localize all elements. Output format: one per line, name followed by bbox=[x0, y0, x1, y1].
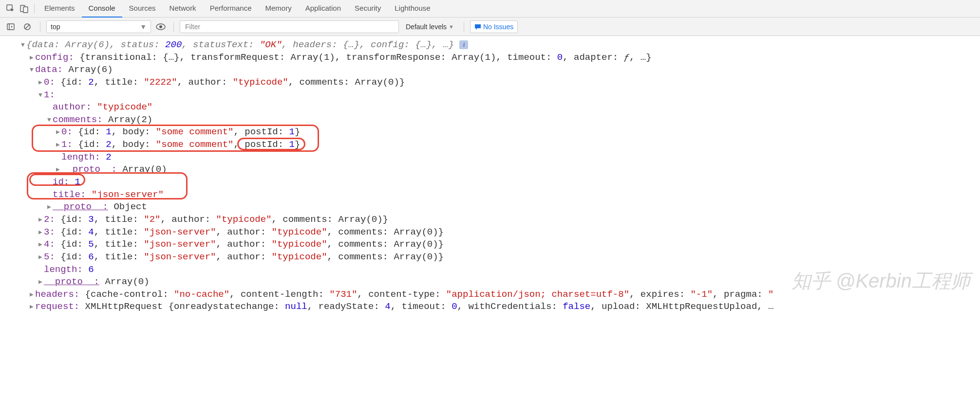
issues-indicator[interactable]: No Issues bbox=[470, 20, 518, 33]
expand-arrow[interactable]: ▶ bbox=[37, 278, 44, 287]
live-expression-icon[interactable] bbox=[154, 20, 168, 34]
expand-arrow[interactable]: ▼ bbox=[19, 41, 26, 50]
tab-security[interactable]: Security bbox=[348, 0, 388, 18]
log-request[interactable]: ▶request: XMLHttpRequest {onreadystatech… bbox=[19, 301, 975, 313]
expand-arrow[interactable]: ▶ bbox=[55, 165, 61, 174]
tab-elements[interactable]: Elements bbox=[38, 0, 82, 18]
log-comments-proto[interactable]: ▶__proto__: Array(0) bbox=[19, 163, 975, 176]
log-comment-1[interactable]: ▶1: {id: 2, body: "some comment", postId… bbox=[19, 139, 975, 151]
svg-line-6 bbox=[25, 25, 29, 29]
chevron-down-icon: ▼ bbox=[449, 24, 454, 30]
svg-rect-3 bbox=[7, 24, 14, 30]
log-levels-select[interactable]: Default levels ▼ bbox=[402, 20, 458, 33]
expand-arrow[interactable]: ▶ bbox=[55, 128, 61, 137]
clear-console-icon[interactable] bbox=[20, 20, 34, 34]
log-item1-author[interactable]: author: "typicode" bbox=[19, 101, 975, 114]
log-data-item-2[interactable]: ▶2: {id: 3, title: "2", author: "typicod… bbox=[19, 214, 975, 226]
expand-arrow[interactable]: ▶ bbox=[37, 78, 44, 87]
expand-arrow[interactable]: ▶ bbox=[46, 203, 53, 212]
context-value: top bbox=[51, 23, 60, 31]
filter-input[interactable]: Filter bbox=[180, 20, 399, 33]
expand-arrow[interactable]: ▶ bbox=[55, 141, 61, 149]
expand-arrow[interactable]: ▼ bbox=[28, 66, 35, 74]
context-select[interactable]: top ▼ bbox=[46, 20, 151, 33]
tab-console[interactable]: Console bbox=[82, 0, 122, 18]
log-item1-proto[interactable]: ▶__proto__: Object bbox=[19, 201, 975, 214]
subtoolbar-divider-2 bbox=[173, 22, 174, 32]
log-data-proto[interactable]: ▶__proto__: Array(0) bbox=[19, 276, 975, 289]
device-toggle-icon[interactable] bbox=[18, 2, 31, 16]
log-headers[interactable]: ▶headers: {cache-control: "no-cache", co… bbox=[19, 289, 975, 301]
toolbar-divider bbox=[34, 4, 35, 14]
devtools-tabs-toolbar: Elements Console Sources Network Perform… bbox=[0, 0, 980, 18]
log-comment-0[interactable]: ▶0: {id: 1, body: "some comment", postId… bbox=[19, 126, 975, 139]
log-comments-length[interactable]: length: 2 bbox=[19, 151, 975, 164]
expand-arrow[interactable]: ▶ bbox=[37, 228, 44, 237]
console-output: ▼{data: Array(6), status: 200, statusTex… bbox=[0, 36, 980, 318]
tab-performance[interactable]: Performance bbox=[203, 0, 259, 18]
log-data-length[interactable]: length: 6 bbox=[19, 264, 975, 276]
console-toolbar: top ▼ Filter Default levels ▼ No Issues bbox=[0, 18, 980, 36]
log-item1-comments[interactable]: ▼comments: Array(2) bbox=[19, 114, 975, 127]
log-item1-title[interactable]: title: "json-server" bbox=[19, 189, 975, 201]
expand-arrow[interactable]: ▶ bbox=[37, 216, 44, 224]
sidebar-toggle-icon[interactable] bbox=[4, 20, 18, 34]
expand-arrow[interactable]: ▶ bbox=[37, 240, 44, 249]
expand-arrow[interactable]: ▶ bbox=[28, 54, 35, 62]
expand-arrow[interactable]: ▼ bbox=[37, 91, 44, 100]
tab-lighthouse[interactable]: Lighthouse bbox=[388, 0, 437, 18]
log-data-item-5[interactable]: ▶5: {id: 6, title: "json-server", author… bbox=[19, 251, 975, 264]
chat-icon bbox=[474, 23, 481, 30]
expand-arrow[interactable]: ▼ bbox=[46, 116, 53, 125]
log-data[interactable]: ▼data: Array(6) bbox=[19, 64, 975, 76]
log-item1-id[interactable]: id: 1 bbox=[19, 176, 975, 189]
log-top-summary[interactable]: ▼{data: Array(6), status: 200, statusTex… bbox=[19, 39, 975, 52]
svg-point-8 bbox=[159, 25, 162, 28]
chevron-down-icon: ▼ bbox=[140, 23, 147, 31]
expand-arrow[interactable]: ▶ bbox=[37, 253, 44, 262]
tab-application[interactable]: Application bbox=[299, 0, 348, 18]
subtoolbar-divider-3 bbox=[464, 22, 464, 32]
filter-placeholder: Filter bbox=[185, 23, 200, 31]
subtoolbar-divider bbox=[40, 22, 40, 32]
log-data-item-4[interactable]: ▶4: {id: 5, title: "json-server", author… bbox=[19, 238, 975, 251]
log-data-item-3[interactable]: ▶3: {id: 4, title: "json-server", author… bbox=[19, 226, 975, 239]
expand-arrow[interactable]: ▶ bbox=[28, 303, 35, 311]
panel-tabs: Elements Console Sources Network Perform… bbox=[38, 0, 437, 18]
info-icon[interactable]: i bbox=[459, 40, 468, 49]
svg-rect-2 bbox=[23, 7, 28, 13]
levels-label: Default levels bbox=[406, 23, 447, 31]
log-config[interactable]: ▶config: {transitional: {…}, transformRe… bbox=[19, 52, 975, 64]
tab-memory[interactable]: Memory bbox=[259, 0, 299, 18]
expand-arrow[interactable]: ▶ bbox=[28, 290, 35, 299]
tab-network[interactable]: Network bbox=[163, 0, 203, 18]
inspect-icon[interactable] bbox=[4, 2, 18, 16]
issues-label: No Issues bbox=[483, 23, 513, 31]
log-data-item-0[interactable]: ▶0: {id: 2, title: "2222", author: "typi… bbox=[19, 76, 975, 89]
log-data-item-1[interactable]: ▼1: bbox=[19, 89, 975, 102]
tab-sources[interactable]: Sources bbox=[122, 0, 163, 18]
